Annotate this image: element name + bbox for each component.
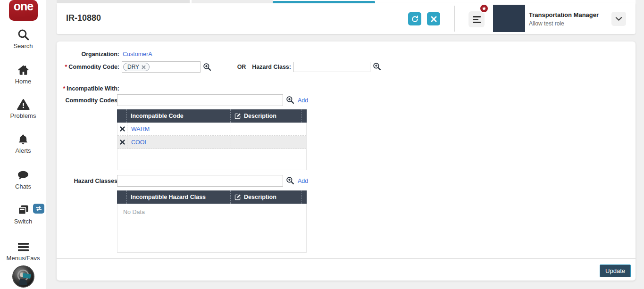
sidebar-label: Menus/Favs: [0, 255, 46, 262]
commodity-codes-input[interactable]: [117, 94, 283, 106]
tab-inactive-2[interactable]: [192, 0, 273, 3]
col-description: Description: [230, 190, 301, 204]
hazard-class-input[interactable]: [293, 62, 370, 72]
close-icon: [431, 16, 437, 22]
search-icon: [0, 28, 46, 41]
favorites-menu-button[interactable]: [468, 11, 485, 27]
incompatible-with-label: *Incompatible With:: [57, 85, 119, 92]
required-marker: *: [65, 64, 67, 70]
user-menu-toggle[interactable]: [611, 12, 626, 26]
close-button[interactable]: [427, 12, 440, 25]
hazard-classes-label: Hazard Classes:: [57, 178, 119, 184]
description-cell[interactable]: [231, 136, 301, 149]
chevron-down-icon: [615, 17, 622, 21]
commodity-codes-lookup-icon[interactable]: [286, 96, 294, 104]
codes-table-header: Incompatible Code Description: [117, 109, 307, 123]
commodity-codes-label: Commodity Codes:: [57, 97, 119, 104]
organization-label: Organization:: [57, 51, 119, 58]
sidebar-label: Chats: [0, 183, 46, 190]
sidebar-item-home[interactable]: Home: [0, 64, 46, 85]
bell-icon: [0, 133, 46, 146]
sidebar-label: Search: [0, 42, 46, 50]
col-description: Description: [230, 109, 301, 123]
description-cell[interactable]: [231, 123, 301, 135]
tab-inactive-1[interactable]: [57, 0, 190, 3]
sidebar-item-alerts[interactable]: Alerts: [0, 133, 46, 154]
hamburger-menu-icon: [0, 240, 46, 253]
required-marker: *: [63, 85, 65, 92]
sidebar-label: Home: [0, 78, 46, 85]
edit-icon: [234, 194, 241, 200]
col-incompatible-hazard-class: Incompatible Hazard Class: [126, 190, 230, 204]
table-row: COOL: [117, 136, 306, 149]
hazard-table-body: No Data: [117, 204, 307, 253]
hazard-classes-input[interactable]: [117, 175, 283, 187]
hamburger-icon: [473, 16, 481, 17]
delete-row-icon[interactable]: [117, 136, 127, 149]
commodity-chip: DRY: [123, 63, 150, 71]
hazard-class-label: Hazard Class:: [228, 64, 291, 70]
no-data-text: No Data: [117, 204, 306, 221]
sidebar: one Search Home Problems Alerts Chats: [0, 0, 46, 289]
top-tab-strip: [57, 0, 636, 3]
refresh-icon: [411, 15, 419, 23]
favorite-star-badge: [479, 4, 489, 13]
sidebar-label: Switch: [0, 218, 46, 225]
add-hazard-class-link[interactable]: Add: [298, 178, 308, 184]
codes-table-body: WARM COOL: [117, 123, 307, 170]
sidebar-label: Problems: [0, 112, 46, 119]
sidebar-item-search[interactable]: Search: [0, 28, 46, 50]
incompatible-codes-table: Incompatible Code Description WARM: [117, 109, 307, 170]
chip-remove-icon[interactable]: [142, 65, 146, 69]
delete-row-icon[interactable]: [117, 123, 127, 135]
logo-text: one: [14, 0, 33, 21]
one-network-logo[interactable]: one: [9, 0, 38, 21]
chip-label: DRY: [127, 64, 139, 70]
commodity-code-label: *Commodity Code:: [57, 64, 119, 70]
table-row: WARM: [117, 123, 306, 136]
warning-triangle-icon: [0, 98, 46, 111]
hazard-class-lookup-icon[interactable]: [373, 62, 381, 71]
page-title: IR-10880: [66, 13, 101, 23]
star-icon: [482, 6, 486, 11]
chat-bubble-icon: [0, 169, 46, 182]
commodity-code-field[interactable]: DRY: [122, 61, 201, 73]
update-button[interactable]: Update: [600, 264, 631, 277]
header-bar: IR-10880 Transportation Manager Allow te…: [57, 3, 636, 34]
hazard-classes-lookup-icon[interactable]: [286, 176, 294, 185]
edit-icon: [234, 113, 241, 119]
sidebar-item-menus-favs[interactable]: Menus/Favs: [0, 240, 46, 262]
col-incompatible-code: Incompatible Code: [126, 109, 230, 123]
user-avatar[interactable]: [493, 5, 525, 32]
home-icon: [0, 64, 46, 76]
header-divider: [454, 6, 455, 32]
commodity-code-lookup-icon[interactable]: [203, 63, 211, 71]
footer-divider: [57, 258, 636, 259]
sidebar-item-chats[interactable]: Chats: [0, 169, 46, 190]
sidebar-label: Alerts: [0, 147, 46, 154]
switch-arrows-badge[interactable]: [33, 204, 44, 214]
organization-link[interactable]: CustomerA: [123, 51, 152, 58]
add-commodity-code-link[interactable]: Add: [298, 97, 308, 104]
sidebar-item-problems[interactable]: Problems: [0, 98, 46, 119]
code-link[interactable]: WARM: [131, 126, 150, 132]
neo-assistant-icon[interactable]: [12, 265, 34, 288]
incompatibility-rule-panel: Organization: CustomerA *Commodity Code:…: [57, 41, 636, 281]
incompatible-hazard-table: Incompatible Hazard Class Description No…: [117, 190, 307, 253]
code-link[interactable]: COOL: [131, 139, 148, 146]
user-role: Transportation Manager: [529, 11, 599, 18]
hazard-table-header: Incompatible Hazard Class Description: [117, 190, 307, 204]
user-subtitle: Allow test role: [529, 20, 564, 27]
refresh-button[interactable]: [408, 12, 421, 25]
